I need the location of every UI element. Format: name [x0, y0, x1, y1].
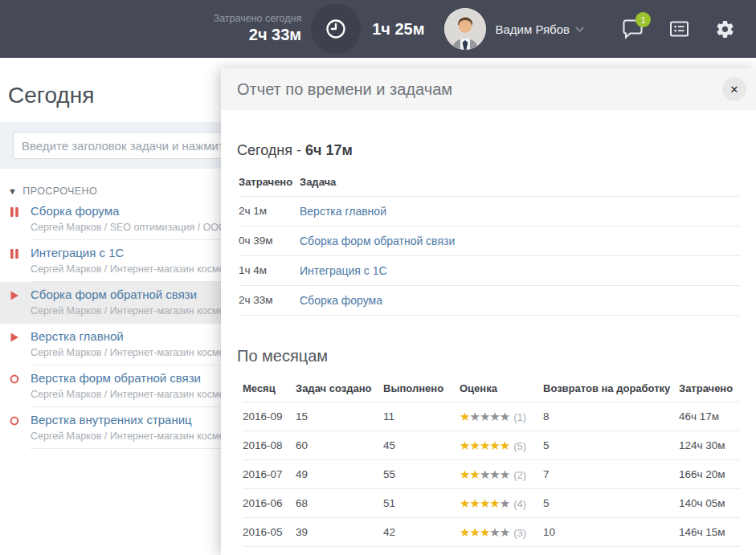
report-panel-title: Отчет по времени и задачам [237, 80, 722, 99]
rating-cell: ★★★★★(5) [460, 431, 543, 460]
report-list-button[interactable] [669, 19, 689, 39]
today-label: Сегодня - [237, 142, 305, 158]
spent-today-label: Затрачено сегодня [214, 13, 302, 26]
month-cell: 2016-06 [243, 489, 296, 518]
task-title-link[interactable]: Сборка форума [31, 203, 119, 219]
chevron-down-icon[interactable] [574, 24, 585, 35]
spent-cell: 0ч 39м [239, 226, 300, 255]
col-header-task: Задача [300, 169, 740, 196]
col-header-done: Выполнено [383, 375, 460, 402]
settings-button[interactable] [715, 19, 735, 39]
star-rating-icon: ★★★★★ [460, 440, 509, 452]
done-cell: 11 [383, 402, 460, 431]
monthly-report-table: Месяц Задач создано Выполнено Оценка Воз… [243, 375, 740, 548]
rating-count: (1) [513, 411, 526, 423]
user-name[interactable]: Вадим Рябов [496, 22, 570, 36]
month-cell: 2016-09 [243, 402, 296, 431]
report-panel-header: Отчет по времени и задачам ✕ [221, 68, 756, 110]
main-page: Сегодня ▼ ПРОСРОЧЕНО Сборка форума Серге… [0, 58, 756, 555]
today-row: 2ч 1м Верстка главной [239, 196, 740, 226]
play-icon[interactable] [10, 291, 19, 300]
rating-cell: ★★★★★(4) [460, 489, 543, 518]
circle-icon[interactable] [10, 416, 19, 426]
report-panel: Отчет по времени и задачам ✕ Сегодня - 6… [221, 68, 756, 555]
done-cell: 45 [383, 431, 460, 460]
returns-cell: 10 [543, 518, 679, 547]
spent-cell: 146ч 15м [679, 518, 740, 547]
chat-button[interactable]: 1 [622, 18, 644, 39]
spent-cell: 166ч 20м [679, 460, 740, 489]
close-button[interactable]: ✕ [722, 77, 746, 101]
task-link[interactable]: Сборка форм обратной связи [300, 235, 455, 247]
star-rating-icon: ★★★★★ [460, 411, 509, 423]
month-row: 2016-09 15 11 ★★★★★(1) 8 46ч 17м [243, 402, 740, 431]
task-title-link[interactable]: Интеграция с 1С [31, 245, 124, 261]
rating-cell: ★★★★★(3) [460, 518, 543, 547]
created-cell: 68 [296, 489, 383, 518]
triangle-down-icon: ▼ [8, 186, 17, 196]
rating-cell: ★★★★★(1) [460, 402, 543, 431]
created-cell: 15 [296, 402, 383, 431]
task-link[interactable]: Верстка главной [300, 205, 386, 218]
col-header-spent: Затрачено [239, 169, 300, 196]
done-cell: 51 [383, 489, 460, 518]
done-cell: 42 [383, 518, 460, 547]
spent-cell: 140ч 05м [679, 489, 740, 518]
gear-icon [715, 19, 735, 39]
returns-cell: 7 [543, 460, 679, 489]
close-icon: ✕ [730, 84, 739, 96]
star-rating-icon: ★★★★★ [460, 469, 509, 481]
month-row: 2016-05 39 42 ★★★★★(3) 10 146ч 15м [243, 518, 740, 547]
task-link[interactable]: Интеграция с 1С [300, 264, 387, 277]
today-row: 1ч 4м Интеграция с 1С [239, 255, 740, 285]
clock-icon [325, 18, 347, 40]
report-list-icon [669, 19, 689, 39]
col-header-created: Задач создано [296, 375, 383, 402]
today-total-value: 6ч 17м [305, 142, 353, 158]
play-icon[interactable] [10, 333, 19, 342]
col-header-rating: Оценка [460, 375, 543, 402]
month-row: 2016-07 49 55 ★★★★★(2) 7 166ч 20м [243, 460, 740, 489]
created-cell: 49 [296, 460, 383, 489]
returns-cell: 8 [543, 402, 679, 431]
today-report-table: Затрачено Задача 2ч 1м Верстка главной 0… [239, 169, 740, 316]
top-bar: Затрачено сегодня 2ч 33м 1ч 25м Вадим Ря… [0, 0, 756, 58]
spent-cell: 2ч 1м [239, 196, 300, 226]
created-cell: 60 [296, 431, 383, 460]
timer-value: 1ч 25м [372, 20, 424, 39]
star-rating-icon: ★★★★★ [460, 498, 509, 510]
task-title-link[interactable]: Верстка внутренних страниц [31, 412, 192, 428]
group-overdue-label: ПРОСРОЧЕНО [22, 186, 97, 197]
month-cell: 2016-05 [243, 518, 296, 547]
rating-count: (5) [513, 440, 526, 452]
circle-icon[interactable] [10, 374, 19, 384]
pause-icon[interactable] [10, 207, 19, 217]
chat-badge: 1 [635, 12, 651, 27]
task-link[interactable]: Сборка форума [300, 294, 382, 307]
done-cell: 55 [383, 460, 460, 489]
spent-today-value: 2ч 33м [214, 25, 302, 45]
star-rating-icon: ★★★★★ [460, 527, 509, 539]
task-title-link[interactable]: Сборка форм обратной связи [31, 287, 197, 303]
spent-cell: 46ч 17м [679, 402, 740, 431]
avatar[interactable] [444, 8, 486, 50]
pause-icon[interactable] [10, 249, 19, 259]
rating-count: (4) [513, 498, 526, 510]
timer-button[interactable] [311, 4, 361, 54]
today-row: 2ч 33м Сборка форума [239, 285, 740, 315]
month-cell: 2016-08 [243, 431, 296, 460]
rating-cell: ★★★★★(2) [460, 460, 543, 489]
rating-count: (2) [513, 469, 526, 481]
rating-count: (3) [513, 527, 526, 539]
spent-cell: 1ч 4м [239, 255, 300, 285]
returns-cell: 5 [543, 489, 679, 518]
col-header-returns: Возвратов на доработку [543, 375, 679, 402]
monthly-section-title: По месяцам [237, 346, 740, 365]
task-title-link[interactable]: Верстка форм обратной связи [31, 370, 201, 386]
returns-cell: 5 [543, 431, 679, 460]
created-cell: 39 [296, 518, 383, 547]
task-title-link[interactable]: Верстка главной [31, 329, 124, 345]
today-row: 0ч 39м Сборка форм обратной связи [239, 226, 740, 255]
report-panel-body: Сегодня - 6ч 17м Затрачено Задача 2ч 1м … [221, 141, 756, 547]
col-header-month: Месяц [243, 375, 296, 402]
